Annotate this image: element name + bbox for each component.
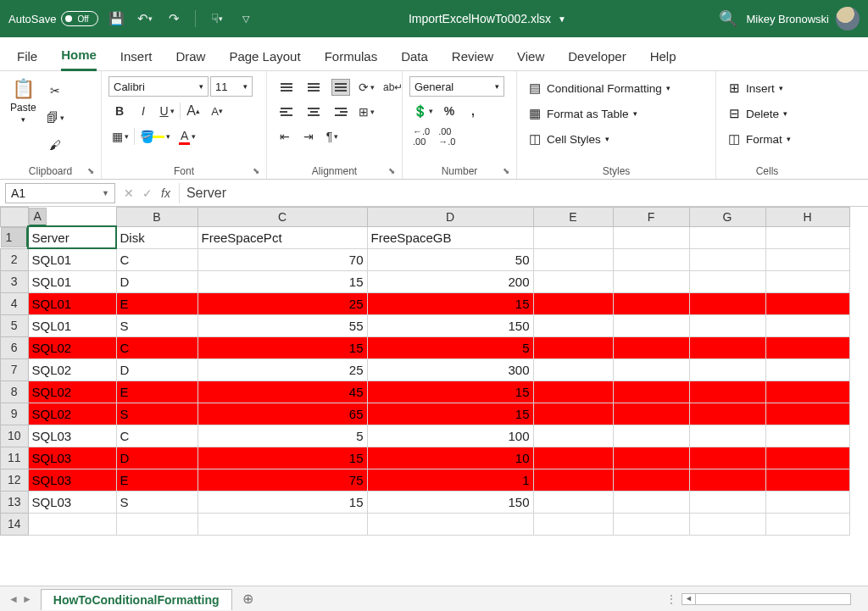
spreadsheet-grid[interactable]: ABCDEFGH1ServerDiskFreeSpacePctFreeSpace… — [0, 207, 868, 536]
cell[interactable]: 15 — [198, 270, 367, 292]
cell[interactable]: E — [116, 469, 198, 491]
cell[interactable]: SQL02 — [28, 336, 116, 358]
cell[interactable] — [765, 491, 849, 513]
cell[interactable] — [765, 380, 849, 403]
cell[interactable]: SQL01 — [28, 292, 116, 314]
cell[interactable]: D — [116, 270, 198, 292]
cell[interactable] — [765, 403, 849, 425]
tab-view[interactable]: View — [517, 49, 544, 70]
cell[interactable]: SQL01 — [28, 248, 116, 270]
insert-cells-button[interactable]: ⊞Insert▾ — [723, 78, 794, 98]
row-header[interactable]: 1 — [1, 227, 28, 247]
percent-button[interactable]: % — [438, 100, 460, 122]
cell[interactable] — [367, 513, 533, 535]
cell[interactable]: 5 — [367, 336, 533, 358]
shrink-font-button[interactable]: A▾ — [206, 100, 228, 122]
cell[interactable]: FreeSpacePct — [198, 226, 367, 248]
row-header[interactable]: 4 — [1, 292, 29, 314]
dialog-launcher-icon[interactable]: ⬊ — [87, 166, 94, 175]
cell[interactable] — [533, 469, 613, 491]
tab-home[interactable]: Home — [61, 47, 97, 71]
format-painter-icon[interactable]: 🖌 — [43, 134, 68, 156]
cell[interactable] — [533, 226, 613, 248]
borders-button[interactable]: ▦▾ — [108, 125, 132, 147]
tab-insert[interactable]: Insert — [120, 49, 153, 70]
cell[interactable] — [613, 469, 689, 491]
autosave-toggle[interactable]: AutoSave Off — [8, 11, 98, 26]
fill-color-button[interactable]: 🪣▾ — [136, 125, 174, 147]
cell[interactable] — [533, 336, 613, 358]
cell[interactable] — [765, 469, 849, 491]
cell[interactable]: 300 — [367, 358, 533, 380]
row-header[interactable]: 10 — [1, 425, 29, 447]
cell[interactable]: 55 — [198, 314, 367, 336]
cell[interactable]: 70 — [198, 248, 367, 270]
cell[interactable]: 10 — [367, 447, 533, 469]
new-sheet-button[interactable]: ⊕ — [232, 591, 264, 607]
decrease-indent-button[interactable]: ⇤ — [274, 125, 296, 147]
column-header[interactable]: A — [29, 208, 47, 226]
accounting-format-button[interactable]: 💲▾ — [409, 100, 437, 122]
cell[interactable] — [613, 425, 689, 447]
font-name-select[interactable]: Calibri▾ — [108, 76, 209, 97]
name-box[interactable]: A1▼ — [5, 183, 115, 203]
column-header[interactable]: B — [116, 208, 198, 227]
cell[interactable]: SQL02 — [28, 358, 116, 380]
cell[interactable]: 45 — [198, 380, 367, 403]
cell[interactable] — [613, 314, 689, 336]
cell[interactable] — [689, 248, 765, 270]
sheet-tab[interactable]: HowToConditionalFormatting — [41, 589, 232, 610]
cell[interactable] — [613, 403, 689, 425]
cell[interactable]: SQL02 — [28, 380, 116, 403]
cell[interactable]: 15 — [367, 403, 533, 425]
dialog-launcher-icon[interactable]: ⬊ — [253, 166, 259, 175]
copy-icon[interactable]: 🗐▾ — [43, 107, 68, 129]
cell[interactable] — [689, 336, 765, 358]
align-right-button[interactable] — [328, 101, 353, 123]
formula-input[interactable]: Server — [180, 186, 868, 201]
tab-page-layout[interactable]: Page Layout — [229, 49, 300, 70]
cell[interactable]: FreeSpaceGB — [367, 226, 533, 248]
orientation-button[interactable]: ⟳▾ — [355, 76, 378, 98]
increase-indent-button[interactable]: ⇥ — [298, 125, 320, 147]
cell[interactable]: Disk — [116, 226, 198, 248]
cell[interactable]: 15 — [367, 380, 533, 403]
cell[interactable] — [689, 425, 765, 447]
cell[interactable] — [765, 270, 849, 292]
dialog-launcher-icon[interactable]: ⬊ — [503, 166, 509, 175]
cell[interactable] — [689, 513, 765, 535]
cell[interactable] — [689, 358, 765, 380]
bold-button[interactable]: B — [108, 100, 131, 122]
cell[interactable] — [533, 314, 613, 336]
cell[interactable] — [613, 491, 689, 513]
row-header[interactable]: 12 — [1, 469, 29, 491]
insert-function-icon[interactable]: fx — [161, 186, 170, 200]
cell[interactable] — [689, 380, 765, 403]
align-middle-button[interactable] — [301, 76, 326, 98]
cell[interactable]: SQL03 — [28, 491, 116, 513]
cancel-formula-icon[interactable]: ✕ — [124, 186, 134, 200]
cell[interactable]: SQL03 — [28, 469, 116, 491]
cell[interactable]: SQL02 — [28, 403, 116, 425]
cell[interactable] — [613, 358, 689, 380]
save-icon[interactable]: 💾 — [105, 8, 127, 30]
cell[interactable]: 15 — [198, 336, 367, 358]
row-header[interactable]: 13 — [1, 491, 29, 513]
cell[interactable]: Server — [28, 226, 116, 248]
cell[interactable]: C — [116, 248, 198, 270]
cell[interactable] — [613, 292, 689, 314]
column-header[interactable]: E — [533, 208, 613, 227]
cell[interactable]: 15 — [198, 447, 367, 469]
cell[interactable] — [689, 403, 765, 425]
cell[interactable] — [613, 270, 689, 292]
cell[interactable] — [765, 336, 849, 358]
comma-button[interactable]: , — [462, 100, 484, 122]
cell[interactable]: SQL03 — [28, 425, 116, 447]
cell[interactable] — [533, 380, 613, 403]
column-header[interactable]: H — [765, 208, 849, 227]
column-header[interactable]: D — [367, 208, 533, 227]
touch-mode-icon[interactable]: ☟▾ — [206, 8, 228, 30]
search-icon[interactable]: 🔍 — [717, 8, 739, 30]
qat-customize-icon[interactable]: ▽ — [235, 8, 257, 30]
cell[interactable] — [28, 513, 116, 535]
